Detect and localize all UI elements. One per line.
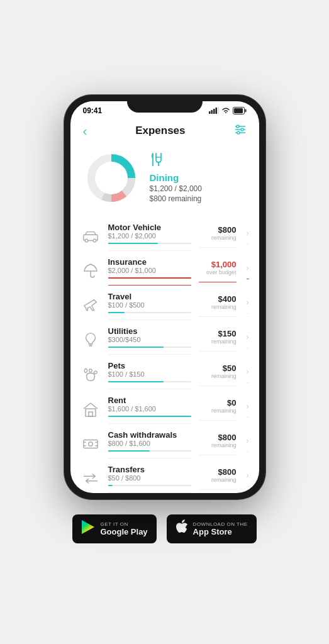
expense-remaining-rent: $0 — [227, 398, 236, 408]
expense-details-travel: Travel $100 / $500 — [108, 292, 191, 320]
chart-amount-remaining: $800 remaining — [150, 194, 202, 203]
expense-details-pets: Pets $100 / $150 — [108, 361, 191, 389]
google-play-icon — [81, 519, 95, 538]
expense-item-pets[interactable]: Pets $100 / $150 $50 remaining › — [70, 355, 259, 389]
expense-name-travel: Travel — [108, 292, 191, 301]
expense-remaining-label-cash-withdrawals: remaining — [211, 442, 237, 448]
expense-amounts-travel: $100 / $500 — [108, 301, 191, 309]
apple-icon — [176, 519, 188, 538]
expense-icon-utilities — [81, 330, 101, 350]
expense-right-pets: $50 remaining — [199, 364, 237, 386]
expense-item-insurance[interactable]: Insurance $2,000 / $1,000 $1,000 over bu… — [70, 251, 259, 286]
app-store-sub: Download on the — [193, 521, 248, 527]
svg-rect-30 — [89, 412, 92, 416]
expense-amounts-transfers: $50 / $800 — [108, 474, 191, 482]
expense-progress-fill-utilities — [108, 347, 164, 348]
svg-rect-1 — [211, 110, 213, 114]
svg-rect-2 — [213, 109, 215, 114]
expense-chevron-utilities: › — [247, 333, 249, 348]
expense-list: Motor Vehicle $1,200 / $2,000 $800 remai… — [70, 216, 259, 493]
expense-icon-pets — [81, 365, 101, 385]
expense-details-insurance: Insurance $2,000 / $1,000 — [108, 257, 191, 286]
expense-item-utilities[interactable]: Utilities $300/$450 $150 remaining › — [70, 320, 259, 355]
expense-right-insurance: $1,000 over budget — [199, 260, 237, 282]
apple-logo-icon — [176, 519, 188, 535]
page-wrapper: 09:41 — [0, 82, 329, 562]
expense-remaining-label-pets: remaining — [211, 373, 237, 379]
expense-details-transfers: Transfers $50 / $800 — [108, 465, 191, 493]
expense-amounts-motor-vehicle: $1,200 / $2,000 — [108, 232, 191, 240]
expense-amounts-rent: $1,600 / $1,600 — [108, 405, 191, 413]
expense-right-motor-vehicle: $800 remaining — [199, 225, 237, 248]
expense-progress-fill-travel — [108, 312, 125, 313]
svg-rect-0 — [209, 111, 211, 114]
filter-button[interactable] — [234, 124, 247, 138]
expense-chevron-travel: › — [247, 298, 249, 314]
expense-progress-fill-pets — [108, 381, 164, 382]
expense-progress-utilities — [108, 347, 191, 348]
svg-rect-6 — [234, 108, 243, 113]
chart-category-name: Dining — [150, 172, 202, 183]
signal-icon — [209, 107, 219, 114]
expense-remaining-travel: $400 — [218, 294, 237, 304]
expense-progress-pets — [108, 381, 191, 382]
expense-icon-insurance — [81, 261, 101, 281]
expense-progress-fill-rent — [108, 416, 191, 417]
expense-remaining-label-motor-vehicle: remaining — [211, 235, 237, 241]
svg-point-26 — [93, 239, 96, 242]
expense-remaining-insurance: $1,000 — [211, 260, 237, 269]
page-title: Expenses — [135, 125, 185, 137]
phone-screen: 09:41 — [70, 101, 259, 493]
app-store-badge[interactable]: Download on the App Store — [167, 514, 257, 543]
expense-remaining-pets: $50 — [223, 364, 237, 373]
back-button[interactable]: ‹ — [83, 124, 87, 138]
expense-item-transfers[interactable]: Transfers $50 / $800 $800 remaining › — [70, 458, 259, 493]
expense-icon-cash-withdrawals — [81, 434, 101, 454]
notch — [127, 95, 203, 113]
google-play-sub: GET IT ON — [100, 521, 147, 527]
expense-remaining-label-utilities: remaining — [211, 338, 237, 345]
expense-icon-motor-vehicle — [81, 226, 101, 247]
expense-icon-transfers — [81, 469, 101, 489]
expense-icon-rent — [81, 399, 101, 419]
expense-details-rent: Rent $1,600 / $1,600 — [108, 396, 191, 424]
expense-remaining-label-transfers: remaining — [211, 477, 237, 483]
expense-name-motor-vehicle: Motor Vehicle — [108, 223, 191, 232]
expense-name-utilities: Utilities — [108, 326, 191, 336]
expense-remaining-transfers: $800 — [218, 467, 237, 477]
expense-progress-cash-withdrawals — [108, 450, 191, 452]
donut-chart — [83, 150, 140, 206]
app-store-text: Download on the App Store — [193, 521, 248, 536]
dining-icon — [150, 152, 167, 166]
store-badges: GET IT ON Google Play Download on the Ap… — [72, 514, 256, 543]
expense-item-rent[interactable]: Rent $1,600 / $1,600 $0 remaining › — [70, 389, 259, 424]
expense-item-cash-withdrawals[interactable]: Cash withdrawals $800 / $1,600 $800 rema… — [70, 424, 259, 458]
expense-amounts-cash-withdrawals: $800 / $1,600 — [108, 440, 191, 447]
expense-progress-fill-motor-vehicle — [108, 243, 158, 244]
svg-point-11 — [241, 128, 243, 131]
google-play-name: Google Play — [100, 527, 147, 536]
expense-amounts-pets: $100 / $150 — [108, 370, 191, 378]
battery-icon — [233, 107, 247, 114]
expense-progress-rent — [108, 416, 191, 417]
expense-right-travel: $400 remaining — [199, 294, 237, 317]
status-icons — [209, 107, 247, 114]
filter-icon — [234, 124, 247, 135]
svg-point-13 — [237, 131, 240, 134]
expense-name-transfers: Transfers — [108, 465, 191, 474]
expense-name-insurance: Insurance — [108, 257, 191, 267]
expense-item-travel[interactable]: Travel $100 / $500 $400 remaining › — [70, 286, 259, 320]
svg-rect-4 — [218, 107, 219, 114]
expense-right-rent: $0 remaining — [199, 398, 237, 421]
expense-remaining-cash-withdrawals: $800 — [218, 433, 237, 442]
google-play-badge[interactable]: GET IT ON Google Play — [72, 514, 156, 543]
wifi-icon — [221, 107, 230, 114]
expense-chevron-transfers: › — [247, 471, 249, 487]
expense-item-motor-vehicle[interactable]: Motor Vehicle $1,200 / $2,000 $800 remai… — [70, 216, 259, 251]
expense-remaining-label-rent: remaining — [211, 408, 237, 414]
expense-chevron-pets: › — [247, 367, 249, 383]
expense-chevron-rent: › — [247, 402, 249, 418]
expense-right-utilities: $150 remaining — [199, 329, 237, 352]
chart-amount-spent: $1,200 / $2,000 — [150, 184, 202, 193]
expense-remaining-label-travel: remaining — [211, 304, 237, 310]
